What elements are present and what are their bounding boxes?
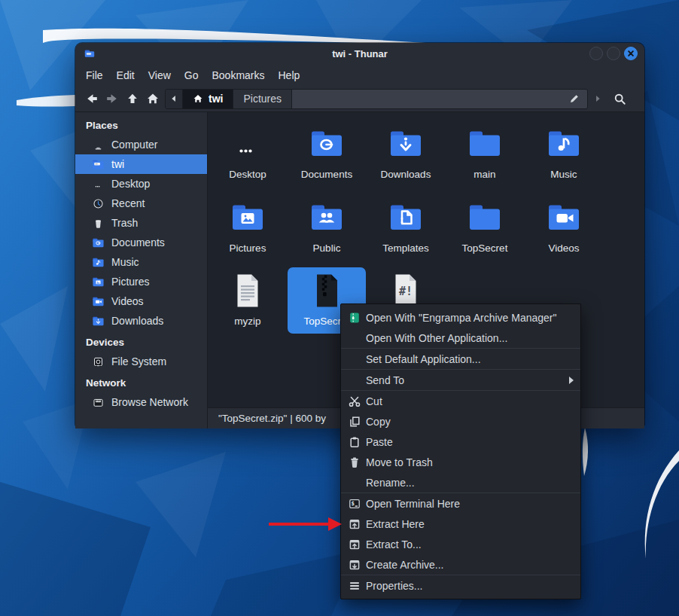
path-scroll-left-button[interactable] <box>166 90 183 108</box>
menu-item-open-with-engrampa[interactable]: Open With "Engrampa Archive Manager" <box>341 307 580 328</box>
maximize-button[interactable] <box>607 47 620 60</box>
toolbar: twi Pictures <box>75 86 644 111</box>
file-label: Desktop <box>229 169 266 180</box>
menu-item-label: Copy <box>366 416 391 428</box>
sidebar-item-downloads[interactable]: Downloads <box>75 311 207 331</box>
menu-item-move-to-trash[interactable]: Move to Trash <box>341 452 580 472</box>
file-item-videos[interactable]: Videos <box>525 194 603 261</box>
sidebar-item-desktop[interactable]: Desktop <box>75 174 207 194</box>
status-text: "TopSecret.zip" | 600 by <box>218 413 326 424</box>
menu-item-label: Send To <box>366 374 404 386</box>
folder-videos-icon <box>546 200 582 236</box>
menu-item-set-default-application[interactable]: Set Default Application... <box>341 349 580 369</box>
menu-item-copy[interactable]: Copy <box>341 411 580 432</box>
path-segment-label: twi <box>209 93 223 105</box>
menu-help[interactable]: Help <box>272 67 307 84</box>
menu-item-send-to[interactable]: Send To <box>341 370 580 390</box>
clipboard-icon <box>349 436 361 448</box>
sidebar-item-recent[interactable]: Recent <box>75 194 207 213</box>
menu-item-open-terminal-here[interactable]: Open Terminal Here <box>341 493 580 514</box>
file-label: Pictures <box>230 242 266 254</box>
sidebar-item-browse-network[interactable]: Browse Network <box>75 392 207 412</box>
menu-item-extract-to[interactable]: Extract To... <box>341 534 580 554</box>
file-label: Public <box>313 242 341 254</box>
menu-item-create-archive[interactable]: Create Archive... <box>341 554 580 575</box>
menu-item-paste[interactable]: Paste <box>341 432 580 452</box>
menu-item-label: Properties... <box>366 580 422 592</box>
submenu-arrow-icon <box>569 377 574 384</box>
archive-add-icon <box>349 559 361 571</box>
up-button[interactable] <box>122 89 142 108</box>
file-item-pictures[interactable]: Pictures <box>209 194 287 261</box>
menu-item-label: Create Archive... <box>366 559 444 571</box>
sidebar-item-computer[interactable]: Computer <box>75 135 207 154</box>
file-item-topsecret-folder[interactable]: TopSecret <box>446 194 524 261</box>
folder-public-icon <box>309 200 345 236</box>
file-item-templates[interactable]: Templates <box>367 194 445 261</box>
menu-edit[interactable]: Edit <box>110 67 142 84</box>
menu-item-label: Extract Here <box>366 518 425 530</box>
menu-file[interactable]: File <box>79 67 110 84</box>
file-item-myzip[interactable]: myzip <box>209 267 287 334</box>
folder-music-icon <box>546 126 582 162</box>
forward-button[interactable] <box>102 89 122 108</box>
menu-item-cut[interactable]: Cut <box>341 391 580 411</box>
text-file-icon <box>230 273 266 309</box>
harddisk-icon <box>92 355 105 368</box>
path-empty-area[interactable] <box>292 90 587 108</box>
downloads-folder-icon <box>92 315 105 328</box>
file-item-documents[interactable]: Documents <box>288 120 366 187</box>
home-button[interactable] <box>142 89 163 108</box>
zip-file-icon <box>309 273 345 309</box>
menu-bookmarks[interactable]: Bookmarks <box>205 67 271 84</box>
menu-item-label: Set Default Application... <box>366 353 481 365</box>
file-item-main[interactable]: main <box>446 120 524 187</box>
menu-item-label: Open Terminal Here <box>366 498 460 510</box>
menu-item-open-with-other[interactable]: Open With Other Application... <box>341 328 580 348</box>
edit-path-button[interactable] <box>562 90 587 108</box>
file-item-music[interactable]: Music <box>525 120 603 187</box>
sidebar-item-trash[interactable]: Trash <box>75 213 207 233</box>
sidebar-item-videos[interactable]: Videos <box>75 291 207 311</box>
sidebar-item-documents[interactable]: Documents <box>75 233 207 252</box>
file-item-desktop[interactable]: Desktop <box>209 120 287 187</box>
path-segment-pictures[interactable]: Pictures <box>233 90 292 108</box>
menubar: File Edit View Go Bookmarks Help <box>75 64 644 86</box>
close-button[interactable] <box>624 47 638 60</box>
menu-item-properties[interactable]: Properties... <box>341 575 580 596</box>
minimize-button[interactable] <box>589 47 603 60</box>
menu-go[interactable]: Go <box>178 67 206 84</box>
folder-pictures-icon <box>230 200 266 236</box>
sidebar-item-twi[interactable]: twi <box>75 154 207 174</box>
menu-item-label: Extract To... <box>366 538 422 550</box>
search-button[interactable] <box>610 89 629 108</box>
file-label: Documents <box>301 169 352 180</box>
menu-view[interactable]: View <box>142 67 178 84</box>
sidebar-item-label: Recent <box>111 197 145 209</box>
menu-item-rename[interactable]: Rename... <box>341 472 580 492</box>
desktop-gradient-icon <box>230 126 266 162</box>
titlebar[interactable]: twi - Thunar <box>75 43 644 64</box>
sidebar-item-pictures[interactable]: Pictures <box>75 272 207 291</box>
properties-icon <box>349 580 361 592</box>
forward-arrow-icon <box>105 92 119 105</box>
sidebar-item-label: File System <box>111 355 166 367</box>
folder-icon <box>467 126 503 162</box>
menu-item-extract-here[interactable]: Extract Here <box>341 514 580 534</box>
sidebar: Places Computer twi Desktop Recent Trash <box>75 112 208 428</box>
pictures-folder-icon <box>92 276 105 288</box>
back-button[interactable] <box>81 89 102 108</box>
extract-icon <box>349 518 361 530</box>
file-item-downloads[interactable]: Downloads <box>367 120 445 187</box>
menu-item-label: Cut <box>366 395 382 407</box>
file-item-public[interactable]: Public <box>288 194 366 261</box>
music-folder-icon <box>92 256 105 269</box>
sidebar-item-file-system[interactable]: File System <box>75 352 207 371</box>
videos-folder-icon <box>92 295 105 308</box>
folder-downloads-icon <box>388 126 424 162</box>
path-scroll-right-button[interactable] <box>590 89 605 108</box>
sidebar-item-music[interactable]: Music <box>75 252 207 272</box>
network-icon <box>92 396 105 409</box>
path-segment-home[interactable]: twi <box>183 90 233 108</box>
menu-item-label: Open With Other Application... <box>366 332 507 344</box>
